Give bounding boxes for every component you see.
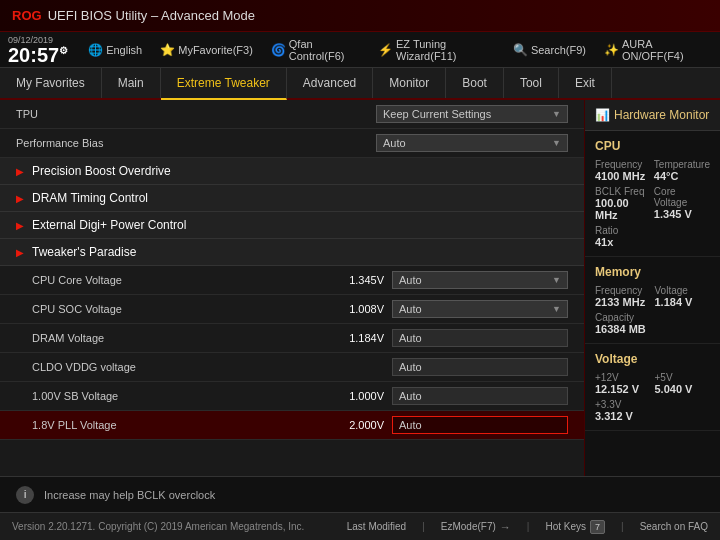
hw-cpu-bclk-label: BCLK Freq 100.00 MHz [595,186,650,221]
1v8-pll-voltage-value: 2.000V [312,419,392,431]
toolbar-btn-eztuning[interactable]: ⚡ EZ Tuning Wizard(F11) [370,36,503,64]
1v8-pll-voltage-label: 1.8V PLL Voltage [32,419,312,431]
nav-item-exit[interactable]: Exit [559,68,612,98]
nav-menu: My Favorites Main Extreme Tweaker Advanc… [0,68,720,100]
perf-bias-label: Performance Bias [16,137,296,149]
1v-sb-voltage-row[interactable]: 1.00V SB Voltage 1.000V Auto [0,382,584,411]
external-digi-label: External Digi+ Power Control [32,218,186,232]
hw-mem-freq-label: Frequency 2133 MHz [595,285,651,308]
nav-item-favorites[interactable]: My Favorites [0,68,102,98]
toolbar-btn-myfavorite[interactable]: ⭐ MyFavorite(F3) [152,41,261,59]
toolbar: 09/12/2019 20:57⚙ 🌐 English ⭐ MyFavorite… [0,32,720,68]
qfan-icon: 🌀 [271,43,286,57]
toolbar-time: 20:57⚙ [8,45,68,65]
dram-timing-label: DRAM Timing Control [32,191,148,205]
dram-timing-header[interactable]: ▶ DRAM Timing Control [0,185,584,212]
tweakers-paradise-arrow: ▶ [16,247,24,258]
hw-voltage-title: Voltage [595,352,710,366]
hot-keys-badge: 7 [590,520,605,534]
ez-mode-label: EzMode(F7) [441,521,496,532]
language-icon: 🌐 [88,43,103,57]
dram-timing-arrow: ▶ [16,193,24,204]
search-label: Search(F9) [531,44,586,56]
cpu-soc-voltage-value: 1.008V [312,303,392,315]
hw-volt-33v-label: +3.3V 3.312 V [595,399,651,422]
tpu-label: TPU [16,108,296,120]
perf-bias-dropdown[interactable]: Auto ▼ [376,134,568,152]
search-faq-btn[interactable]: Search on FAQ [640,521,708,532]
tpu-caret: ▼ [552,109,561,119]
dram-voltage-dropdown[interactable]: Auto [392,329,568,347]
nav-item-boot[interactable]: Boot [446,68,504,98]
nav-item-monitor[interactable]: Monitor [373,68,446,98]
tpu-row[interactable]: TPU Keep Current Settings ▼ [0,100,584,129]
cpu-soc-voltage-row[interactable]: CPU SOC Voltage 1.008V Auto ▼ [0,295,584,324]
aura-icon: ✨ [604,43,619,57]
hw-mem-capacity-label: Capacity 16384 MB [595,312,651,335]
hw-memory-title: Memory [595,265,710,279]
dram-voltage-row[interactable]: DRAM Voltage 1.184V Auto [0,324,584,353]
toolbar-btn-language[interactable]: 🌐 English [80,41,150,59]
cldo-vddg-row[interactable]: CLDO VDDG voltage Auto [0,353,584,382]
nav-item-advanced[interactable]: Advanced [287,68,373,98]
nav-item-extreme-tweaker[interactable]: Extreme Tweaker [161,68,287,100]
precision-boost-label: Precision Boost Overdrive [32,164,171,178]
myfavorite-label: MyFavorite(F3) [178,44,253,56]
cpu-soc-voltage-caret: ▼ [552,304,561,314]
ez-mode-btn[interactable]: EzMode(F7) → [441,521,511,533]
perf-bias-row[interactable]: Performance Bias Auto ▼ [0,129,584,158]
hw-voltage-section: Voltage +12V 12.152 V +5V 5.040 V +3.3V … [585,344,720,431]
hot-keys-btn[interactable]: Hot Keys 7 [545,520,605,534]
cpu-core-voltage-dropdown[interactable]: Auto ▼ [392,271,568,289]
main-area: TPU Keep Current Settings ▼ Performance … [0,100,720,476]
aura-label: AURA ON/OFF(F4) [622,38,704,62]
cpu-soc-voltage-label: CPU SOC Voltage [32,303,312,315]
1v8-pll-voltage-row[interactable]: 1.8V PLL Voltage 2.000V Auto [0,411,584,440]
tweakers-paradise-header[interactable]: ▶ Tweaker's Paradise [0,239,584,266]
cpu-core-voltage-label: CPU Core Voltage [32,274,312,286]
hw-cpu-ratio-label: Ratio 41x [595,225,650,248]
cldo-vddg-dropdown[interactable]: Auto [392,358,568,376]
copyright-text: Version 2.20.1271. Copyright (C) 2019 Am… [12,521,304,532]
info-text: Increase may help BCLK overclock [44,489,215,501]
hw-monitor-title: 📊 Hardware Monitor [585,100,720,131]
precision-boost-header[interactable]: ▶ Precision Boost Overdrive [0,158,584,185]
hw-volt-5v-label: +5V 5.040 V [655,372,711,395]
hot-keys-label: Hot Keys [545,521,586,532]
title-text: UEFI BIOS Utility – Advanced Mode [48,8,255,23]
perf-bias-caret: ▼ [552,138,561,148]
search-icon: 🔍 [513,43,528,57]
toolbar-btn-search[interactable]: 🔍 Search(F9) [505,41,594,59]
hw-monitor-icon: 📊 [595,108,610,122]
hw-cpu-section: CPU Frequency 4100 MHz Temperature 44°C … [585,131,720,257]
favorite-icon: ⭐ [160,43,175,57]
last-modified-label: Last Modified [347,521,406,532]
eztuning-label: EZ Tuning Wizard(F11) [396,38,495,62]
hw-cpu-temp-label: Temperature 44°C [654,159,710,182]
qfan-label: Qfan Control(F6) [289,38,360,62]
nav-item-main[interactable]: Main [102,68,161,98]
external-digi-arrow: ▶ [16,220,24,231]
external-digi-header[interactable]: ▶ External Digi+ Power Control [0,212,584,239]
1v-sb-voltage-dropdown[interactable]: Auto [392,387,568,405]
nav-item-tool[interactable]: Tool [504,68,559,98]
tpu-dropdown[interactable]: Keep Current Settings ▼ [376,105,568,123]
datetime-display: 09/12/2019 20:57⚙ [8,35,68,65]
1v8-pll-voltage-dropdown[interactable]: Auto [392,416,568,434]
toolbar-btn-aura[interactable]: ✨ AURA ON/OFF(F4) [596,36,712,64]
toolbar-btn-qfan[interactable]: 🌀 Qfan Control(F6) [263,36,368,64]
status-right: Last Modified | EzMode(F7) → | Hot Keys … [347,520,708,534]
cpu-core-voltage-row[interactable]: CPU Core Voltage 1.345V Auto ▼ [0,266,584,295]
1v-sb-voltage-label: 1.00V SB Voltage [32,390,312,402]
hw-cpu-freq-label: Frequency 4100 MHz [595,159,650,182]
last-modified-btn[interactable]: Last Modified [347,521,406,532]
title-bar: ROG UEFI BIOS Utility – Advanced Mode [0,0,720,32]
rog-logo: ROG [12,8,42,23]
cpu-core-voltage-caret: ▼ [552,275,561,285]
dram-voltage-label: DRAM Voltage [32,332,312,344]
precision-boost-arrow: ▶ [16,166,24,177]
hw-mem-voltage-label: Voltage 1.184 V [655,285,711,308]
1v-sb-voltage-value: 1.000V [312,390,392,402]
eztuning-icon: ⚡ [378,43,393,57]
cpu-soc-voltage-dropdown[interactable]: Auto ▼ [392,300,568,318]
